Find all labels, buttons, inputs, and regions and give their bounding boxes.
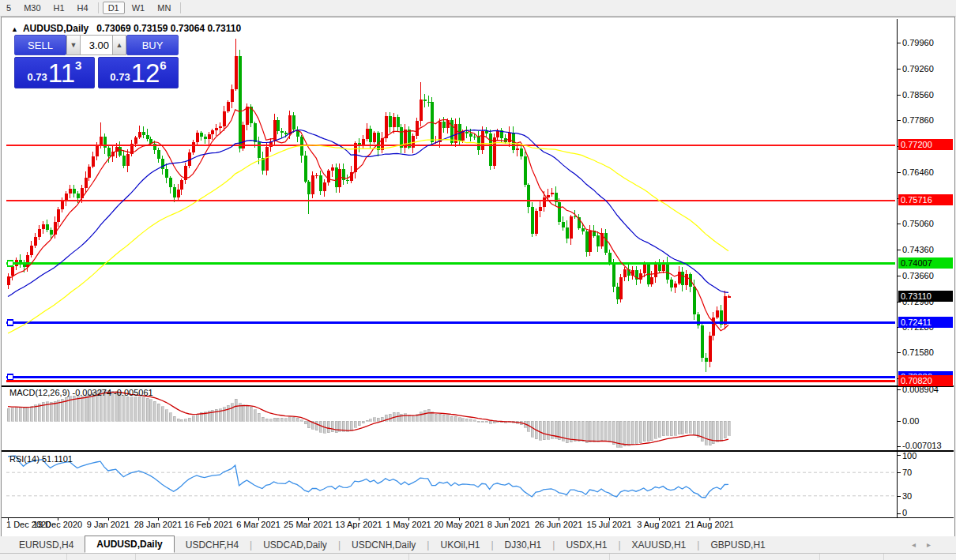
status-bar: [0, 553, 956, 560]
tab-scroll-left-icon: ◂: [912, 540, 927, 549]
toolbar-separator: [98, 2, 99, 13]
tab-scroll-right-icon: ▸: [927, 540, 942, 549]
date-axis: 1 Dec 202019 Dec 20209 Jan 202128 Jan 20…: [0, 520, 897, 531]
timeframe-toolbar: 5M30H1H4D1W1MN: [0, 0, 956, 17]
price-tag-0.77200: 0.77200: [898, 139, 953, 150]
timeframe-button-d1[interactable]: D1: [103, 2, 125, 14]
price-tick-label: 0.76460: [902, 167, 934, 177]
buy-price-big: 12: [131, 60, 160, 86]
rsi-tick-label: 70: [902, 468, 912, 477]
toolbar-separator: [180, 2, 181, 13]
buy-button[interactable]: BUY: [126, 35, 179, 55]
one-click-trade-panel: SELL ▼ ▲ BUY 0.73 11 3 0.73 12 6: [14, 35, 179, 88]
rsi-tick-label: 30: [902, 491, 912, 501]
rsi-tick-label: 0: [902, 508, 907, 517]
buy-price-box[interactable]: 0.73 12 6: [98, 57, 179, 88]
price-tag-0.73110: 0.73110: [898, 291, 953, 302]
timeframe-button-m30[interactable]: M30: [18, 2, 46, 14]
buy-price-sup: 6: [160, 58, 166, 72]
timeframe-button-h4[interactable]: H4: [72, 2, 94, 14]
price-tick-label: 0.79260: [902, 64, 934, 73]
buy-price-small: 0.73: [110, 71, 130, 83]
date-label: 21 Aug 2021: [678, 520, 741, 529]
price-tick-label: 0.78560: [902, 90, 934, 100]
tab-dj30-h1[interactable]: DJ30,H1: [494, 537, 553, 553]
sell-price-sup: 3: [75, 58, 81, 72]
price-tick-label: 0.71580: [902, 348, 934, 357]
chart-symbol-label: AUDUSD,Daily: [23, 23, 88, 34]
macd-label: MACD(12,26,9) -0.003274 -0.005061: [9, 388, 153, 397]
macd-tick-label: -0.007013: [902, 441, 942, 450]
price-tag-0.70820: 0.70820: [898, 375, 953, 386]
chart-expand-icon[interactable]: ▲: [11, 25, 18, 33]
volume-down-button[interactable]: ▼: [66, 35, 81, 55]
price-tick-label: 0.73660: [902, 271, 934, 280]
price-tag-0.74007: 0.74007: [898, 257, 953, 269]
sell-price-small: 0.73: [28, 71, 47, 83]
price-tick-label: 0.79960: [902, 38, 934, 47]
tab-audusd-daily[interactable]: AUDUSD,Daily: [85, 536, 174, 553]
price-tick-label: 0.74360: [902, 245, 934, 254]
sell-price-box[interactable]: 0.73 11 3: [14, 57, 95, 88]
price-tick-label: 0.75060: [902, 219, 934, 228]
tab-usdcnh-daily[interactable]: USDCNH,Daily: [341, 537, 427, 553]
tab-usdchf-h4[interactable]: USDCHF,H4: [175, 537, 250, 553]
chart-title: ▲AUDUSD,Daily0.73069 0.73159 0.73064 0.7…: [11, 23, 241, 34]
tab-gbpusd-h1[interactable]: GBPUSD,H1: [699, 537, 776, 553]
tab-eurusd-h4[interactable]: EURUSD,H4: [8, 537, 85, 553]
timeframe-button-h1[interactable]: H1: [48, 2, 70, 14]
sell-price-big: 11: [48, 60, 75, 86]
price-tick-label: 0.77860: [902, 115, 934, 125]
symbol-tab-bar: EURUSD,H4AUDUSD,DailyUSDCHF,H4|USDCAD,Da…: [0, 536, 956, 553]
chart-ohlc-values: 0.73069 0.73159 0.73064 0.73110: [96, 23, 241, 34]
rsi-label: RSI(14) 51.1101: [9, 454, 73, 464]
tab-usdcad-daily[interactable]: USDCAD,Daily: [252, 537, 338, 553]
timeframe-button-mn[interactable]: MN: [152, 2, 176, 14]
volume-input[interactable]: [81, 35, 112, 55]
timeframe-button-5[interactable]: 5: [1, 2, 17, 14]
tab-scroll-arrows[interactable]: ◂▸: [912, 540, 942, 549]
rsi-tick-label: 100: [902, 451, 916, 460]
sell-button[interactable]: SELL: [14, 35, 66, 55]
tab-usdx-h1[interactable]: USDX,H1: [555, 537, 618, 553]
macd-tick-label: 0.00: [902, 416, 919, 426]
tab-xauusd-h1[interactable]: XAUUSD,H1: [621, 537, 698, 553]
chart-window[interactable]: [1, 17, 955, 537]
tab-ukoil-h1[interactable]: UKOil,H1: [429, 537, 491, 553]
price-tag-0.75716: 0.75716: [898, 194, 953, 205]
volume-up-button[interactable]: ▲: [112, 35, 126, 55]
timeframe-button-w1[interactable]: W1: [126, 2, 151, 14]
price-tag-0.72411: 0.72411: [898, 317, 953, 328]
